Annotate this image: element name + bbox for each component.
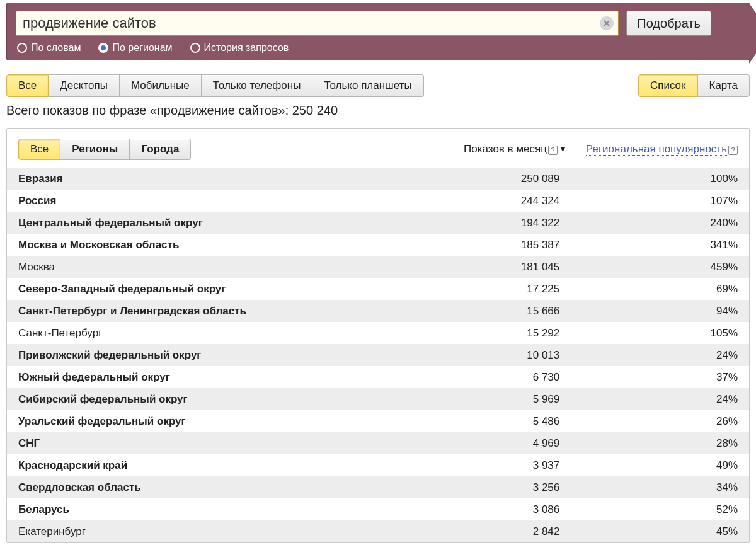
- search-mode-radio[interactable]: История запросов: [190, 42, 289, 54]
- table-row[interactable]: Северо-Западный федеральный округ17 2256…: [7, 278, 749, 300]
- scope-tab[interactable]: Все: [18, 139, 60, 160]
- summary-text: Всего показов по фразе «продвижение сайт…: [6, 103, 750, 118]
- radio-label: История запросов: [204, 42, 289, 54]
- view-tab[interactable]: Карта: [698, 74, 750, 97]
- device-tab[interactable]: Десктопы: [49, 74, 120, 97]
- region-name: Северо-Западный федеральный округ: [18, 283, 401, 295]
- table-row[interactable]: Центральный федеральный округ194 322240%: [7, 212, 749, 234]
- search-banner: Подобрать По словамПо регионамИстория за…: [6, 3, 750, 60]
- table-row[interactable]: Приволжский федеральный округ10 01324%: [7, 344, 749, 366]
- region-popularity: 69%: [578, 283, 738, 295]
- radio-icon: [98, 43, 108, 53]
- table-row[interactable]: СНГ4 96928%: [7, 432, 749, 454]
- table-row[interactable]: Южный федеральный округ6 73037%: [7, 366, 749, 388]
- col-header-popularity-label[interactable]: Региональная популярность: [586, 143, 727, 156]
- device-tab[interactable]: Только планшеты: [312, 74, 423, 97]
- region-views: 15 292: [401, 327, 579, 340]
- region-popularity: 28%: [578, 437, 738, 450]
- table-row[interactable]: Екатеринбург2 84245%: [7, 520, 749, 542]
- region-views: 194 322: [401, 217, 579, 229]
- region-views: 3 086: [401, 503, 579, 516]
- region-views: 181 045: [401, 261, 579, 273]
- col-header-views[interactable]: Показов в месяц?▼: [464, 143, 567, 156]
- help-icon[interactable]: ?: [548, 146, 558, 155]
- region-views: 3 937: [401, 459, 579, 472]
- search-mode-radio[interactable]: По регионам: [98, 42, 172, 54]
- view-tab[interactable]: Список: [638, 74, 698, 97]
- region-views: 185 387: [401, 239, 579, 251]
- device-tab[interactable]: Только телефоны: [202, 74, 313, 97]
- table-row[interactable]: Санкт-Петербург15 292105%: [7, 322, 749, 344]
- table-row[interactable]: Сибирский федеральный округ5 96924%: [7, 388, 749, 410]
- device-tab[interactable]: Мобильные: [120, 74, 202, 97]
- radio-icon: [190, 43, 200, 53]
- region-name: Южный федеральный округ: [18, 371, 401, 384]
- search-mode-radio[interactable]: По словам: [17, 42, 81, 54]
- region-popularity: 100%: [578, 173, 738, 185]
- help-icon[interactable]: ?: [728, 146, 738, 155]
- table-row[interactable]: Свердловская область3 25634%: [7, 476, 749, 498]
- radio-label: По словам: [31, 42, 81, 54]
- region-name: Сибирский федеральный округ: [18, 393, 401, 406]
- device-tab[interactable]: Все: [6, 74, 49, 97]
- region-name: Санкт-Петербург: [18, 327, 401, 340]
- scope-tab[interactable]: Города: [130, 139, 191, 160]
- region-name: Екатеринбург: [18, 525, 401, 538]
- table-row[interactable]: Москва181 045459%: [7, 256, 749, 278]
- region-views: 6 730: [401, 371, 579, 384]
- region-name: Москва и Московская область: [18, 239, 401, 251]
- region-popularity: 49%: [578, 459, 738, 472]
- scope-tab[interactable]: Регионы: [60, 139, 130, 160]
- search-input[interactable]: [16, 11, 619, 36]
- device-tabs: ВсеДесктопыМобильныеТолько телефоныТольк…: [6, 74, 424, 97]
- sort-arrow-icon: ▼: [559, 144, 567, 154]
- region-name: Центральный федеральный округ: [18, 217, 401, 229]
- region-views: 4 969: [401, 437, 579, 450]
- table-row[interactable]: Краснодарский край3 93749%: [7, 454, 749, 476]
- region-popularity: 37%: [578, 371, 738, 384]
- table-row[interactable]: Россия244 324107%: [7, 190, 749, 212]
- search-input-wrap: [16, 11, 619, 36]
- region-name: Краснодарский край: [18, 459, 401, 472]
- region-popularity: 45%: [578, 525, 738, 538]
- region-views: 2 842: [401, 525, 579, 538]
- region-name: Россия: [18, 195, 401, 207]
- region-popularity: 94%: [578, 305, 738, 318]
- region-name: Уральский федеральный округ: [18, 415, 401, 428]
- table-row[interactable]: Санкт-Петербург и Ленинградская область1…: [7, 300, 749, 322]
- table-row[interactable]: Беларусь3 08652%: [7, 498, 749, 520]
- region-views: 244 324: [401, 195, 579, 207]
- col-header-views-label: Показов в месяц: [464, 143, 547, 155]
- region-views: 5 486: [401, 415, 579, 428]
- region-name: Приволжский федеральный округ: [18, 349, 401, 362]
- region-name: Свердловская область: [18, 481, 401, 494]
- region-views: 250 089: [401, 173, 579, 185]
- region-views: 15 666: [401, 305, 579, 318]
- clear-icon[interactable]: [600, 16, 614, 30]
- col-header-popularity[interactable]: Региональная популярность?: [586, 143, 738, 156]
- radio-icon: [17, 43, 27, 53]
- region-popularity: 34%: [578, 481, 738, 494]
- region-name: Евразия: [18, 173, 401, 185]
- table-row[interactable]: Уральский федеральный округ5 48626%: [7, 410, 749, 432]
- region-views: 10 013: [401, 349, 579, 362]
- scope-tabs: ВсеРегионыГорода: [18, 139, 191, 160]
- table-row[interactable]: Евразия250 089100%: [7, 168, 749, 190]
- region-views: 5 969: [401, 393, 579, 406]
- region-popularity: 26%: [578, 415, 738, 428]
- results-panel: ВсеРегионыГорода Показов в месяц?▼ Регио…: [6, 128, 750, 543]
- region-name: СНГ: [18, 437, 401, 450]
- submit-button[interactable]: Подобрать: [626, 11, 711, 36]
- region-name: Санкт-Петербург и Ленинградская область: [18, 305, 401, 318]
- region-popularity: 24%: [578, 393, 738, 406]
- region-popularity: 52%: [578, 503, 738, 516]
- region-popularity: 105%: [578, 327, 738, 340]
- region-name: Москва: [18, 261, 401, 273]
- region-popularity: 459%: [578, 261, 738, 273]
- view-tabs: СписокКарта: [638, 74, 750, 97]
- radio-label: По регионам: [112, 42, 172, 54]
- region-views: 3 256: [401, 481, 579, 494]
- region-popularity: 107%: [578, 195, 738, 207]
- region-views: 17 225: [401, 283, 579, 295]
- table-row[interactable]: Москва и Московская область185 387341%: [7, 234, 749, 256]
